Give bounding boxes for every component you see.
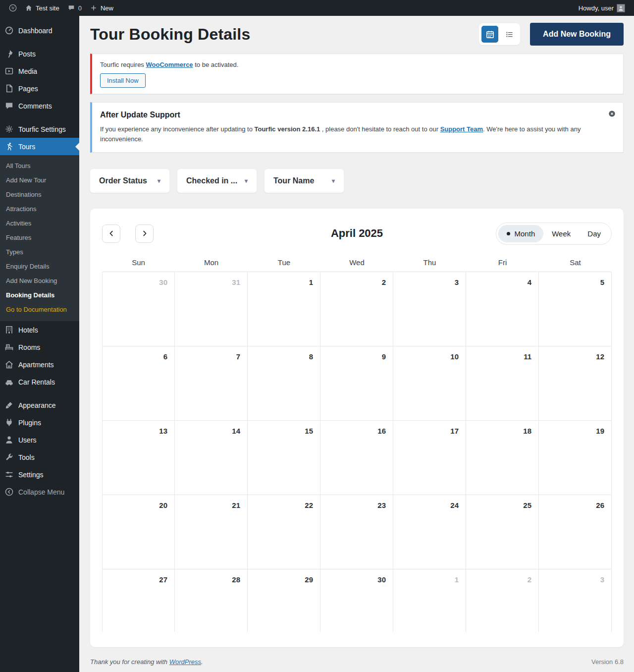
calendar-day-cell[interactable]: 22 (248, 495, 320, 569)
calendar-day-cell[interactable]: 15 (248, 421, 320, 495)
comment-bubble-icon (67, 4, 75, 12)
day-number: 13 (159, 427, 167, 435)
list-view-button[interactable] (501, 26, 518, 43)
calendar-day-cell[interactable]: 31 (175, 272, 248, 346)
sidebar-item-tools[interactable]: Tools (0, 448, 79, 466)
plus-icon (90, 4, 98, 12)
calendar-day-cell[interactable]: 14 (175, 421, 248, 495)
sidebar-item-posts[interactable]: Posts (0, 45, 79, 62)
calendar-day-cell[interactable]: 30 (102, 272, 175, 346)
site-link[interactable]: Test site (21, 0, 63, 16)
woocommerce-link[interactable]: WooCommerce (146, 61, 193, 68)
calendar-day-cell[interactable]: 10 (393, 346, 466, 421)
sidebar-item-appearance[interactable]: Appearance (0, 396, 79, 414)
sidebar-item-tourfic-settings[interactable]: Tourfic Settings (0, 120, 79, 138)
sidebar-item-tours[interactable]: Tours (0, 138, 79, 155)
new-content-menu[interactable]: New (86, 0, 117, 16)
calendar-icon (485, 30, 495, 39)
calendar-day-cell[interactable]: 16 (320, 421, 393, 495)
view-label: Week (552, 229, 571, 238)
filter-order-status[interactable]: Order Status▾ (90, 169, 169, 193)
calendar-day-cell[interactable]: 24 (393, 495, 466, 569)
sidebar-item-label: Tourfic Settings (18, 125, 66, 133)
wordpress-link[interactable]: WordPress (169, 658, 201, 666)
install-now-button[interactable]: Install Now (100, 73, 146, 88)
sidebar-item-hotels[interactable]: Hotels (0, 321, 79, 338)
calendar-view-week[interactable]: Week (543, 225, 579, 242)
calendar-day-cell[interactable]: 2 (320, 272, 393, 346)
dismiss-notice-button[interactable] (607, 109, 617, 119)
submenu-item-add-new-booking[interactable]: Add New Booking (0, 274, 79, 288)
calendar-day-cell[interactable]: 17 (393, 421, 466, 495)
prev-month-button[interactable] (102, 224, 120, 243)
add-new-booking-button[interactable]: Add New Booking (530, 23, 624, 46)
calendar-day-cell[interactable]: 18 (466, 421, 539, 495)
calendar-day-cell[interactable]: 1 (248, 272, 320, 346)
day-number: 2 (382, 278, 386, 286)
calendar-day-cell[interactable]: 5 (539, 272, 612, 346)
header-actions: Add New Booking (479, 23, 624, 46)
calendar-view-day[interactable]: Day (579, 225, 609, 242)
sidebar-item-rooms[interactable]: Rooms (0, 338, 79, 356)
calendar-day-cell[interactable]: 6 (102, 346, 175, 421)
calendar-day-cell[interactable]: 8 (248, 346, 320, 421)
calendar-day-cell[interactable]: 19 (539, 421, 612, 495)
calendar-day-cell[interactable]: 3 (539, 569, 612, 632)
calendar-day-cell[interactable]: 28 (175, 569, 248, 632)
sidebar-item-collapse-menu[interactable]: Collapse Menu (0, 483, 79, 501)
sidebar-item-car-rentals[interactable]: Car Rentals (0, 373, 79, 391)
calendar-day-cell[interactable]: 13 (102, 421, 175, 495)
page-title: Tour Booking Details (90, 25, 250, 44)
sidebar-item-users[interactable]: Users (0, 431, 79, 448)
comments-indicator[interactable]: 0 (63, 0, 86, 16)
calendar-day-cell[interactable]: 25 (466, 495, 539, 569)
calendar-view-month[interactable]: Month (498, 225, 544, 242)
submenu-item-all-tours[interactable]: All Tours (0, 159, 79, 173)
submenu-item-enquiry-details[interactable]: Enquiry Details (0, 259, 79, 274)
calendar-day-cell[interactable]: 4 (466, 272, 539, 346)
calendar-view-button[interactable] (481, 26, 498, 43)
calendar-day-cell[interactable]: 12 (539, 346, 612, 421)
calendar-day-cell[interactable]: 11 (466, 346, 539, 421)
calendar-day-cell[interactable]: 23 (320, 495, 393, 569)
calendar-day-cell[interactable]: 30 (320, 569, 393, 632)
submenu-item-destinations[interactable]: Destinations (0, 187, 79, 202)
calendar-day-cell[interactable]: 26 (539, 495, 612, 569)
sidebar-item-comments[interactable]: Comments (0, 97, 79, 114)
menu-separator (0, 391, 79, 396)
caret-down-icon: ▾ (158, 177, 160, 184)
filter-tour-name[interactable]: Tour Name▾ (264, 169, 344, 193)
submenu-item-booking-details[interactable]: Booking Details (0, 288, 79, 302)
sidebar-item-apartments[interactable]: Apartments (0, 356, 79, 373)
sidebar-item-settings[interactable]: Settings (0, 466, 79, 483)
account-menu[interactable]: Howdy, user (575, 0, 629, 16)
sidebar-item-plugins[interactable]: Plugins (0, 414, 79, 431)
weekday-header: Wed (320, 258, 393, 267)
calendar-day-cell[interactable]: 7 (175, 346, 248, 421)
sidebar-item-pages[interactable]: Pages (0, 80, 79, 97)
submenu-item-types[interactable]: Types (0, 245, 79, 259)
wordpress-logo[interactable]: W (5, 0, 21, 16)
submenu-item-activities[interactable]: Activities (0, 216, 79, 230)
submenu-item-go-to-documentation[interactable]: Go to Documentation (0, 302, 79, 317)
filter-checked-in[interactable]: Checked in ...▾ (177, 169, 257, 193)
submenu-item-add-new-tour[interactable]: Add New Tour (0, 173, 79, 187)
calendar-day-cell[interactable]: 27 (102, 569, 175, 632)
main-inner: Tour Booking Details Add New Booking (79, 16, 634, 672)
sidebar-item-dashboard[interactable]: Dashboard (0, 22, 79, 39)
calendar-day-cell[interactable]: 21 (175, 495, 248, 569)
calendar-day-cell[interactable]: 1 (393, 569, 466, 632)
submenu-item-features[interactable]: Features (0, 230, 79, 245)
calendar-day-cell[interactable]: 2 (466, 569, 539, 632)
calendar-title: April 2025 (331, 227, 383, 240)
next-month-button[interactable] (135, 224, 154, 243)
sidebar-item-media[interactable]: Media (0, 62, 79, 80)
calendar-day-cell[interactable]: 29 (248, 569, 320, 632)
submenu-item-attractions[interactable]: Attractions (0, 202, 79, 216)
calendar-day-cell[interactable]: 9 (320, 346, 393, 421)
support-team-link[interactable]: Support Team (440, 125, 483, 133)
calendar-day-cell[interactable]: 20 (102, 495, 175, 569)
calendar-day-cell[interactable]: 3 (393, 272, 466, 346)
day-number: 7 (236, 352, 240, 361)
day-number: 24 (450, 501, 459, 509)
